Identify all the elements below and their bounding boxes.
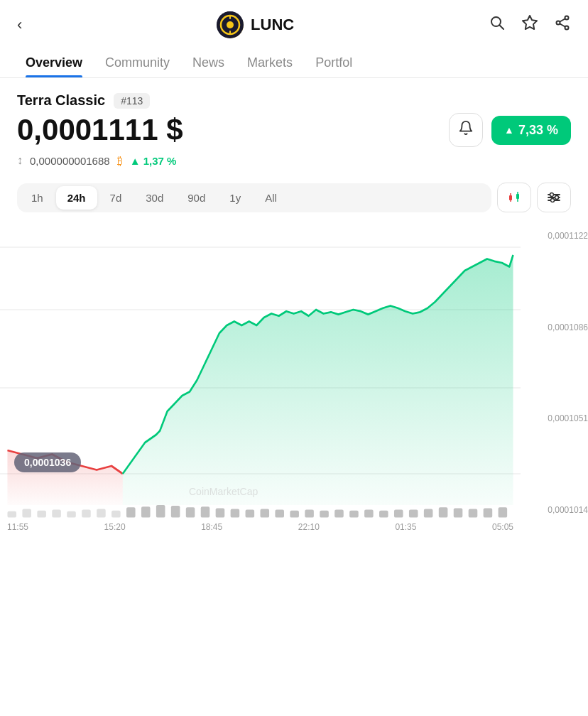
tab-overview[interactable]: Overview xyxy=(14,47,94,77)
star-icon[interactable] xyxy=(521,14,538,36)
svg-line-4 xyxy=(500,26,504,30)
btc-price-value: 0,000000001688 xyxy=(30,155,110,167)
coin-price: 0,0001111 $ xyxy=(17,113,183,147)
svg-rect-48 xyxy=(305,510,314,518)
svg-rect-29 xyxy=(22,509,31,518)
svg-point-20 xyxy=(550,193,554,197)
candlestick-chart-button[interactable] xyxy=(497,183,531,212)
svg-rect-36 xyxy=(126,507,136,517)
time-90d[interactable]: 90d xyxy=(176,186,217,210)
time-all[interactable]: All xyxy=(254,186,288,210)
bell-icon xyxy=(458,120,474,140)
svg-rect-45 xyxy=(261,509,270,518)
svg-rect-54 xyxy=(394,510,403,518)
svg-rect-50 xyxy=(334,510,344,518)
btc-arrows-icon: ↕ xyxy=(17,154,23,167)
chart-svg-wrapper xyxy=(0,224,521,536)
svg-rect-52 xyxy=(364,510,374,518)
x-label-2: 15:20 xyxy=(104,522,126,532)
svg-point-7 xyxy=(557,21,560,25)
svg-rect-59 xyxy=(469,509,478,518)
chart-tooltip: 0,0001036 xyxy=(14,452,81,472)
svg-line-9 xyxy=(560,19,565,22)
svg-rect-49 xyxy=(320,511,329,518)
svg-rect-42 xyxy=(216,508,225,517)
btc-change-value: ▲ 1,37 % xyxy=(130,155,177,167)
svg-marker-5 xyxy=(523,16,537,29)
x-label-3: 18:45 xyxy=(201,522,222,532)
coin-logo xyxy=(217,11,244,38)
svg-rect-28 xyxy=(7,511,16,518)
time-1h[interactable]: 1h xyxy=(20,186,55,210)
header-actions xyxy=(489,14,571,36)
svg-rect-37 xyxy=(141,506,151,517)
y-label-bottom: 0,0001014 xyxy=(524,505,588,515)
time-1y[interactable]: 1y xyxy=(218,186,252,210)
x-label-5: 01:35 xyxy=(395,522,416,532)
tab-portfolio[interactable]: Portfol xyxy=(304,47,364,77)
price-row: 0,0001111 $ ▲ 7,33 % xyxy=(17,113,571,147)
svg-rect-51 xyxy=(349,511,359,518)
y-label-top: 0,0001122 xyxy=(524,231,588,241)
coin-info-row: Terra Classic #113 xyxy=(17,92,571,109)
time-7d[interactable]: 7d xyxy=(99,186,134,210)
y-label-2: 0,0001086 xyxy=(524,322,588,332)
price-chart: 0,0001122 0,0001086 0,0001051 0,0001014 … xyxy=(0,224,588,536)
alert-button[interactable] xyxy=(449,113,483,147)
main-content: Terra Classic #113 0,0001111 $ ▲ 7,33 % … xyxy=(0,78,588,212)
svg-point-8 xyxy=(565,26,569,30)
tab-community[interactable]: Community xyxy=(94,47,181,77)
coin-full-name: Terra Classic xyxy=(17,92,105,109)
svg-rect-34 xyxy=(97,509,106,518)
svg-rect-14 xyxy=(516,194,519,199)
svg-rect-44 xyxy=(246,510,255,518)
back-button[interactable]: ‹ xyxy=(17,16,22,34)
svg-point-22 xyxy=(551,199,555,202)
svg-rect-40 xyxy=(186,507,195,517)
svg-rect-55 xyxy=(409,510,418,518)
svg-rect-11 xyxy=(509,195,512,200)
svg-rect-31 xyxy=(52,510,61,518)
time-pill-group: 1h 24h 7d 30d 90d 1y All xyxy=(17,183,491,212)
svg-rect-58 xyxy=(454,508,463,517)
tab-markets[interactable]: Markets xyxy=(236,47,304,77)
svg-point-2 xyxy=(227,21,234,28)
svg-rect-32 xyxy=(67,511,76,518)
x-label-1: 11:55 xyxy=(7,522,28,532)
share-icon[interactable] xyxy=(554,14,571,36)
svg-rect-41 xyxy=(201,506,210,517)
btc-price-row: ↕ 0,000000001688 ₿ ▲ 1,37 % xyxy=(17,154,571,167)
change-percent-value: 7,33 % xyxy=(518,123,558,138)
svg-point-21 xyxy=(555,196,559,200)
app-header: ‹ LUNC xyxy=(0,0,588,47)
chart-y-axis: 0,0001122 0,0001086 0,0001051 0,0001014 xyxy=(524,224,588,536)
change-arrow-icon: ▲ xyxy=(504,124,514,136)
chart-x-axis: 11:55 15:20 18:45 22:10 01:35 05:05 xyxy=(0,522,521,532)
svg-rect-57 xyxy=(439,507,448,517)
time-30d[interactable]: 30d xyxy=(134,186,175,210)
svg-rect-39 xyxy=(171,506,180,518)
time-period-row: 1h 24h 7d 30d 90d 1y All xyxy=(17,183,571,212)
svg-rect-61 xyxy=(499,507,508,517)
svg-rect-46 xyxy=(275,510,284,518)
svg-rect-33 xyxy=(82,510,91,518)
svg-rect-60 xyxy=(484,508,493,517)
nav-tabs: Overview Community News Markets Portfol xyxy=(0,47,588,78)
price-actions: ▲ 7,33 % xyxy=(449,113,571,147)
coin-rank-badge: #113 xyxy=(114,93,150,109)
svg-rect-47 xyxy=(290,511,299,518)
search-icon[interactable] xyxy=(489,14,506,36)
svg-rect-35 xyxy=(111,511,121,518)
time-24h[interactable]: 24h xyxy=(56,186,97,210)
svg-rect-30 xyxy=(37,511,46,518)
price-change-badge: ▲ 7,33 % xyxy=(491,116,571,145)
header-coin-title: LUNC xyxy=(217,11,294,38)
chart-watermark: CoinMarketCap xyxy=(189,486,258,497)
svg-line-10 xyxy=(560,24,565,27)
chart-filter-button[interactable] xyxy=(537,183,571,212)
x-label-6: 05:05 xyxy=(492,522,513,532)
x-label-4: 22:10 xyxy=(298,522,320,532)
svg-rect-56 xyxy=(424,509,433,518)
header-back[interactable]: ‹ xyxy=(17,16,22,34)
tab-news[interactable]: News xyxy=(181,47,236,77)
